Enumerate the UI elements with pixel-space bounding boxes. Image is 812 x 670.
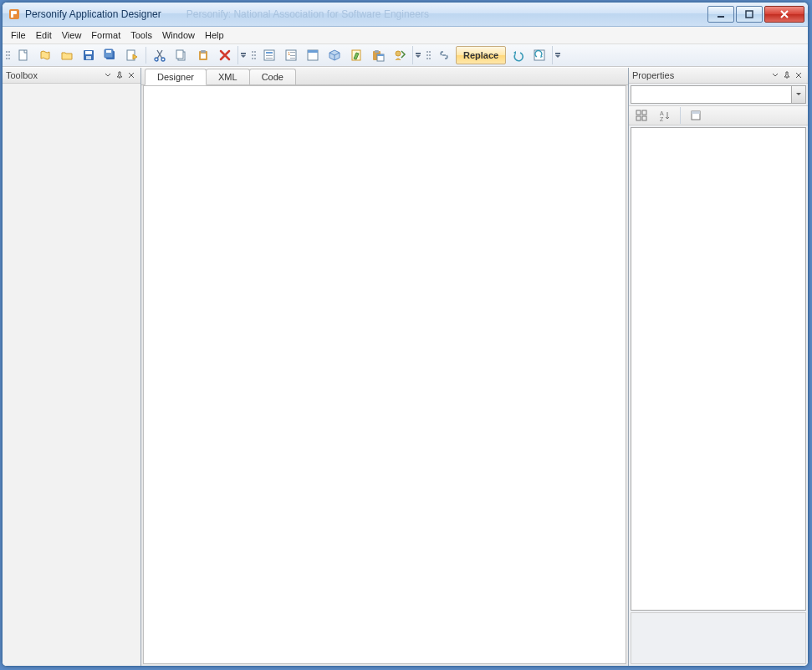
toolbox-content (3, 84, 140, 666)
redo-button[interactable] (529, 45, 549, 65)
menu-view[interactable]: View (57, 28, 87, 42)
svg-rect-23 (266, 58, 273, 59)
property-pages-button[interactable] (686, 105, 706, 125)
close-button[interactable] (764, 6, 804, 23)
svg-rect-18 (201, 50, 206, 53)
svg-rect-10 (105, 49, 113, 58)
undo-button[interactable] (508, 45, 528, 65)
tab-xml[interactable]: XML (206, 69, 250, 84)
properties-close-icon[interactable] (793, 69, 804, 81)
properties-pin-icon[interactable] (781, 69, 793, 81)
svg-rect-44 (692, 111, 700, 120)
svg-rect-31 (352, 50, 360, 60)
svg-rect-20 (264, 50, 274, 60)
designer-canvas[interactable] (143, 85, 626, 664)
paste-button[interactable] (193, 45, 213, 65)
svg-rect-17 (199, 51, 207, 60)
svg-text:1: 1 (288, 51, 291, 56)
toolbox-header: Toolbox (3, 68, 140, 84)
minimize-button[interactable] (707, 6, 734, 23)
orderedlist-button[interactable]: 1 (281, 45, 301, 65)
svg-rect-38 (636, 110, 641, 115)
svg-rect-2 (11, 11, 17, 14)
properties-grid[interactable] (631, 127, 806, 611)
properties-dropdown-icon[interactable] (769, 69, 781, 81)
menu-file[interactable]: File (6, 28, 31, 42)
menu-help[interactable]: Help (200, 28, 229, 42)
svg-rect-22 (266, 55, 273, 56)
tab-designer-label: Designer (157, 72, 194, 82)
maximize-button[interactable] (736, 6, 763, 23)
window-title: Personify Application Designer (25, 8, 161, 20)
svg-rect-7 (85, 51, 92, 54)
toolbox-title: Toolbox (6, 70, 102, 80)
tasklist-button[interactable] (259, 45, 279, 65)
toolbar-grip-2[interactable] (252, 46, 257, 64)
delete-button[interactable] (215, 45, 235, 65)
paste-form-button[interactable] (368, 45, 388, 65)
generate-button[interactable] (122, 45, 142, 65)
svg-rect-5 (19, 50, 27, 60)
svg-text:Z: Z (660, 116, 664, 121)
toolbar-grip-3[interactable] (426, 46, 432, 64)
svg-rect-37 (534, 50, 544, 60)
toolbar-grip[interactable] (6, 46, 11, 64)
svg-rect-45 (692, 111, 700, 114)
svg-rect-8 (86, 56, 91, 59)
assign-button[interactable] (390, 45, 410, 65)
toolbox-close-icon[interactable] (125, 69, 137, 81)
toolbar-overflow-1[interactable] (237, 46, 248, 64)
open-folder-button[interactable] (57, 45, 77, 65)
replace-button[interactable]: Replace (456, 46, 506, 64)
toolbar-sep (146, 47, 146, 64)
form-button[interactable] (303, 45, 323, 65)
app-icon (8, 8, 21, 21)
combo-dropdown-icon[interactable] (791, 86, 805, 103)
replace-label: Replace (463, 50, 498, 60)
svg-rect-16 (176, 50, 183, 59)
body: Toolbox Designer XML Code Properties (3, 67, 808, 666)
svg-rect-24 (286, 50, 296, 60)
alphabetical-button[interactable]: AZ (655, 105, 675, 125)
categorized-button[interactable] (631, 105, 651, 125)
tab-code[interactable]: Code (249, 69, 296, 84)
new-button[interactable] (13, 45, 33, 65)
svg-rect-15 (178, 52, 185, 60)
tab-code-label: Code (262, 72, 283, 82)
svg-rect-19 (201, 54, 206, 59)
cut-button[interactable] (150, 45, 170, 65)
toolbar: 1 Replace (3, 44, 808, 67)
copy-button[interactable] (171, 45, 192, 65)
menu-edit[interactable]: Edit (31, 28, 57, 42)
menu-tools[interactable]: Tools (125, 28, 157, 42)
menu-format[interactable]: Format (86, 28, 125, 42)
open-script-button[interactable] (35, 45, 55, 65)
toolbar-overflow-2[interactable] (412, 46, 423, 64)
save-all-button[interactable] (100, 45, 120, 65)
save-button[interactable] (79, 45, 99, 65)
properties-header: Properties (629, 68, 808, 84)
menu-window[interactable]: Window (157, 28, 200, 42)
toolbox-panel: Toolbox (3, 68, 141, 666)
toolbox-dropdown-icon[interactable] (102, 69, 114, 81)
titlebar[interactable]: Personify Application Designer Personify… (3, 3, 808, 27)
properties-title: Properties (632, 70, 769, 80)
prop-sep (680, 107, 681, 124)
properties-object-combo[interactable] (631, 85, 806, 104)
svg-rect-6 (84, 50, 94, 60)
package-button[interactable] (324, 45, 345, 65)
svg-rect-29 (308, 50, 318, 60)
svg-rect-32 (373, 51, 380, 60)
svg-rect-30 (308, 50, 318, 53)
svg-rect-41 (642, 116, 646, 120)
svg-rect-21 (266, 52, 273, 54)
svg-point-36 (396, 51, 401, 56)
svg-rect-39 (642, 110, 646, 115)
svg-point-14 (161, 58, 165, 61)
pin-icon[interactable] (114, 69, 125, 81)
link-button[interactable] (434, 45, 454, 65)
note-button[interactable] (346, 45, 366, 65)
svg-rect-34 (377, 54, 384, 61)
tab-designer[interactable]: Designer (145, 69, 207, 85)
toolbar-overflow-3[interactable] (552, 46, 563, 64)
